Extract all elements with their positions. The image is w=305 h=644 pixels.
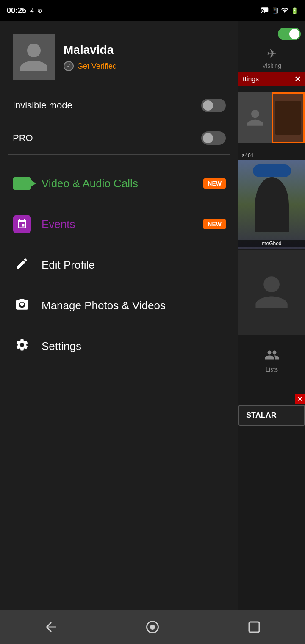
visiting-label: Visiting: [262, 62, 281, 69]
camera-icon: [15, 297, 29, 314]
menu-item-edit-profile[interactable]: Edit Profile: [0, 244, 238, 285]
svg-point-1: [150, 625, 155, 630]
edit-icon-wrap-outer: [13, 255, 31, 274]
settings-bar: ttings ✕: [238, 72, 305, 86]
get-verified-row[interactable]: ✓ Get Verified: [64, 61, 117, 71]
pro-label: PRO: [13, 133, 33, 144]
thumbnail-grid-2: meGhod: [238, 160, 305, 249]
settings-peek: ttings ✕: [238, 72, 305, 86]
profile-name: Malavida: [64, 43, 117, 57]
profile-section: Malavida ✓ Get Verified: [0, 21, 238, 89]
pro-toggle[interactable]: [201, 131, 226, 145]
close-icon[interactable]: ✕: [294, 75, 301, 84]
top-toggle-switch[interactable]: [278, 28, 301, 40]
visiting-section: ✈ Visiting: [238, 47, 305, 69]
events-new-badge: NEW: [203, 219, 226, 229]
cast-icon: [261, 6, 269, 15]
meghod-label: meGhod: [238, 240, 305, 247]
photos-label: Manage Photos & Videos: [42, 299, 226, 312]
plane-icon: ✈: [267, 47, 277, 61]
svg-rect-2: [249, 622, 259, 632]
status-time: 00:25: [7, 6, 26, 15]
lists-label: Lists: [266, 366, 278, 373]
thumbnail-grid-3[interactable]: [238, 250, 305, 335]
s461-label: s461: [238, 150, 305, 160]
invisible-mode-row[interactable]: Invisible mode: [0, 89, 238, 122]
status-icons-right: 📳 🔋: [261, 6, 298, 15]
video-calls-new-badge: NEW: [203, 178, 226, 189]
thumb-person-hat[interactable]: meGhod: [238, 160, 305, 249]
profile-info: Malavida ✓ Get Verified: [64, 43, 117, 71]
gear-icon-wrap-outer: [13, 337, 31, 355]
main-drawer: Malavida ✓ Get Verified Invisible mode P…: [0, 21, 238, 623]
verify-check-icon: ✓: [64, 61, 74, 71]
network-icon: 4: [30, 7, 34, 14]
get-verified-label: Get Verified: [77, 62, 117, 71]
right-panel: ✈ Visiting ttings ✕ s461: [238, 0, 305, 644]
divider-3: [8, 154, 230, 155]
events-label: Events: [42, 218, 193, 231]
menu-section: Video & Audio Calls NEW Events NEW Edit …: [0, 163, 238, 366]
back-button[interactable]: [34, 610, 68, 644]
edit-profile-label: Edit Profile: [42, 258, 226, 272]
invisible-mode-label: Invisible mode: [13, 100, 72, 111]
stalar-notification: ✕ STALAR: [238, 394, 305, 426]
events-calendar-icon: [13, 215, 31, 233]
profile-avatar[interactable]: [13, 34, 55, 80]
lists-icon: [264, 347, 280, 366]
navigation-bar: [0, 610, 305, 644]
pencil-icon: [15, 257, 29, 273]
stalar-button[interactable]: STALAR: [238, 405, 305, 426]
settings-label: Settings: [42, 340, 226, 353]
thumbnail-grid-1: [238, 92, 305, 143]
status-bar: 00:25 4 ⊕ 📳 🔋: [0, 0, 305, 21]
recents-button[interactable]: [237, 610, 271, 644]
menu-item-photos[interactable]: Manage Photos & Videos: [0, 285, 238, 326]
pro-row[interactable]: PRO: [0, 122, 238, 154]
menu-item-video-calls[interactable]: Video & Audio Calls NEW: [0, 163, 238, 204]
thumb-item-2[interactable]: [272, 92, 305, 143]
thumb-item-1[interactable]: [238, 92, 272, 143]
wifi-icon: [281, 6, 288, 15]
video-calls-label: Video & Audio Calls: [42, 177, 193, 190]
battery-icon: 🔋: [291, 7, 298, 14]
menu-item-settings[interactable]: Settings: [0, 326, 238, 366]
vibrate-icon: 📳: [271, 7, 278, 14]
lists-section[interactable]: Lists: [238, 343, 305, 377]
home-button[interactable]: [136, 610, 169, 644]
location-icon: ⊕: [37, 7, 42, 14]
video-calls-icon-wrap: [13, 174, 31, 193]
invisible-mode-toggle[interactable]: [201, 99, 226, 112]
status-icons-left: 4 ⊕: [30, 7, 42, 14]
settings-bar-text: ttings: [243, 75, 259, 83]
stalar-close-icon[interactable]: ✕: [295, 394, 305, 404]
settings-gear-icon: [15, 338, 29, 355]
video-camera-icon: [13, 177, 31, 190]
camera-icon-wrap-outer: [13, 296, 31, 315]
menu-item-events[interactable]: Events NEW: [0, 204, 238, 244]
events-icon-wrap-outer: [13, 215, 31, 233]
